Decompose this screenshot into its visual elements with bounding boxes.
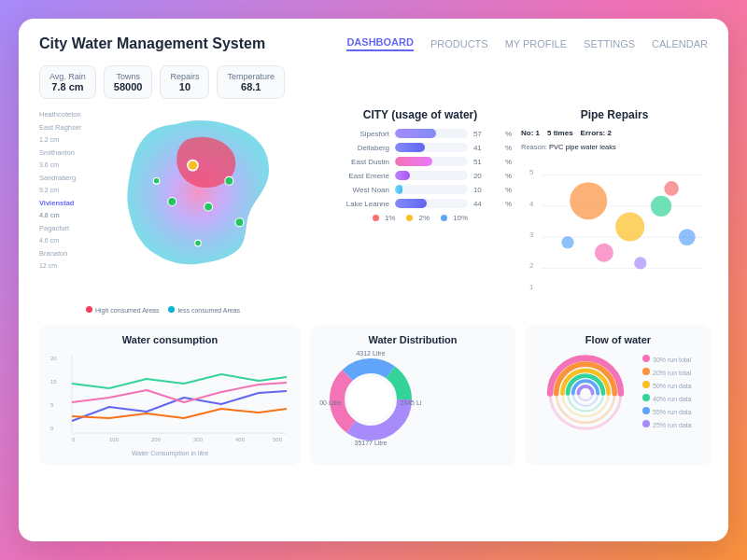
svg-point-21 xyxy=(634,257,646,269)
flow-of-water-panel: Flow of water xyxy=(525,325,712,466)
svg-point-22 xyxy=(664,181,679,196)
legend-low: less consumed Areas xyxy=(168,306,240,314)
svg-text:0: 0 xyxy=(72,437,76,442)
stat-label: Temperature xyxy=(227,72,275,81)
bubble-chart: 5 4 3 2 1 xyxy=(521,157,708,297)
stat-temperature: Temperature 68.1 xyxy=(217,65,285,99)
donut-chart: 4312 Litre 2345 Litre 35177 Litre 2500 L… xyxy=(319,351,422,453)
svg-text:35177 Litre: 35177 Litre xyxy=(354,440,387,446)
svg-text:0: 0 xyxy=(50,426,54,431)
flow-title: Flow of water xyxy=(534,334,702,345)
bar-row-5: Lake Leanne 44% xyxy=(329,199,512,208)
svg-text:5: 5 xyxy=(529,168,533,176)
flow-legend: 30% run total 20% run total 50% run data… xyxy=(642,354,692,432)
flow-legend-item-2: 50% run data xyxy=(642,380,692,393)
svg-point-19 xyxy=(679,229,696,245)
svg-text:5: 5 xyxy=(50,402,54,408)
x-axis-label: Water Consumption in litre xyxy=(49,450,291,456)
stat-value: 10 xyxy=(170,81,199,92)
donut-svg: 4312 Litre 2345 Litre 35177 Litre 2500 L… xyxy=(319,351,422,449)
svg-text:2345 Litre: 2345 Litre xyxy=(400,399,422,406)
flow-legend-item-3: 40% run data xyxy=(642,393,692,406)
city-item: East Raghser1.2 cm xyxy=(39,121,81,147)
main-grid: Heathcoteton East Raghser1.2 cm Smithant… xyxy=(39,108,708,314)
svg-text:15: 15 xyxy=(50,379,57,385)
svg-text:500: 500 xyxy=(273,437,283,442)
bar-row-0: Sipesfort 57% xyxy=(329,129,512,138)
stat-label: Towns xyxy=(114,72,143,81)
bar-row-1: Dellaberg 41% xyxy=(329,143,512,152)
nav-products[interactable]: PRODUCTS xyxy=(430,38,488,49)
svg-text:2: 2 xyxy=(529,261,533,270)
stat-value: 68.1 xyxy=(227,81,275,92)
svg-text:300: 300 xyxy=(193,437,204,442)
nav-dashboard[interactable]: DASHBOARD xyxy=(346,36,414,51)
flow-legend-item-5: 25% run data xyxy=(642,419,692,432)
pipe-reason: Reason: PVC pipe water leaks xyxy=(521,143,708,151)
svg-point-3 xyxy=(168,198,176,206)
bar-row-2: East Dustin 51% xyxy=(329,157,512,166)
city-item-highlight: Vivienstad4.8 cm xyxy=(39,197,81,222)
water-consumption-title: Water consumption xyxy=(49,334,291,345)
app-title: City Water Management System xyxy=(39,35,265,52)
svg-text:400: 400 xyxy=(235,437,246,442)
map-legend: High consumed Areas less consumed Areas xyxy=(86,306,240,314)
nav-settings[interactable]: SETTINGS xyxy=(584,38,635,49)
svg-point-23 xyxy=(561,236,573,248)
svg-point-6 xyxy=(195,240,202,246)
bar-legend-item-2: 10% xyxy=(441,214,468,222)
city-usage-title: CITY (usage of water) xyxy=(329,108,512,121)
city-list: Heathcoteton East Raghser1.2 cm Smithant… xyxy=(39,108,81,273)
water-distribution-panel: Water Distribution 4312 Litre 2345 Litre xyxy=(310,325,515,466)
svg-text:200: 200 xyxy=(151,437,162,442)
bar-row-4: West Noan 10% xyxy=(329,185,512,194)
svg-text:3: 3 xyxy=(529,231,533,239)
stat-repairs: Repairs 10 xyxy=(160,65,209,99)
pipe-repairs-title: Pipe Repairs xyxy=(521,108,708,121)
city-item: Branaton12 cm xyxy=(39,247,81,273)
svg-text:4312 Litre: 4312 Litre xyxy=(356,351,385,357)
svg-text:100: 100 xyxy=(109,437,120,442)
map-svg xyxy=(86,108,310,295)
line-chart-svg: 20 15 5 0 0 100 200 300 400 500 xyxy=(49,351,291,444)
svg-point-1 xyxy=(225,176,233,185)
svg-point-4 xyxy=(235,218,244,227)
stat-value: 58000 xyxy=(114,81,143,92)
water-consumption-panel: Water consumption 20 15 5 0 0 100 200 30… xyxy=(39,325,301,466)
city-usage-panel: CITY (usage of water) Sipesfort 57% Dell… xyxy=(329,108,512,314)
stat-label: Repairs xyxy=(170,72,199,81)
svg-point-16 xyxy=(570,182,607,219)
main-card: City Water Management System DASHBOARD P… xyxy=(19,19,728,541)
svg-text:1: 1 xyxy=(529,283,533,291)
map-container xyxy=(86,108,310,295)
flow-legend-item-0: 30% run total xyxy=(642,354,692,367)
svg-point-0 xyxy=(188,161,198,171)
stats-row: Avg. Rain 7.8 cm Towns 58000 Repairs 10 … xyxy=(39,65,708,99)
city-item: Pagacfurt4.6 cm xyxy=(39,222,81,247)
pipe-repairs-panel: Pipe Repairs No: 1 5 times Errors: 2 Rea… xyxy=(521,108,708,314)
svg-text:20: 20 xyxy=(50,356,57,361)
svg-text:4: 4 xyxy=(529,200,534,208)
nav-calendar[interactable]: CALENDAR xyxy=(652,38,708,49)
flow-area: 30% run total 20% run total 50% run data… xyxy=(534,351,702,435)
stat-towns: Towns 58000 xyxy=(104,65,153,99)
pipe-info: No: 1 5 times Errors: 2 xyxy=(521,129,708,137)
svg-point-20 xyxy=(595,244,613,262)
stat-value: 7.8 cm xyxy=(49,81,86,92)
svg-point-42 xyxy=(348,377,393,422)
city-item: Heathcoteton xyxy=(39,108,81,121)
svg-point-18 xyxy=(651,196,671,217)
nav-profile[interactable]: MY PROFILE xyxy=(505,38,567,49)
flow-legend-item-1: 20% run total xyxy=(642,367,692,380)
stat-label: Avg. Rain xyxy=(49,72,86,81)
donut-area: 4312 Litre 2345 Litre 35177 Litre 2500 L… xyxy=(319,351,506,453)
main-nav: DASHBOARD PRODUCTS MY PROFILE SETTINGS C… xyxy=(346,36,708,51)
bar-legend-item-1: 2% xyxy=(406,214,430,222)
city-item: Sandraberg9.2 cm xyxy=(39,172,81,197)
map-panel: Heathcoteton East Raghser1.2 cm Smithant… xyxy=(39,108,319,314)
header: City Water Management System DASHBOARD P… xyxy=(39,35,708,52)
city-item: Smithanton3.6 cm xyxy=(39,147,81,172)
bar-legend: 1% 2% 10% xyxy=(329,214,512,222)
stat-avg-rain: Avg. Rain 7.8 cm xyxy=(39,65,96,99)
svg-point-2 xyxy=(204,203,213,211)
